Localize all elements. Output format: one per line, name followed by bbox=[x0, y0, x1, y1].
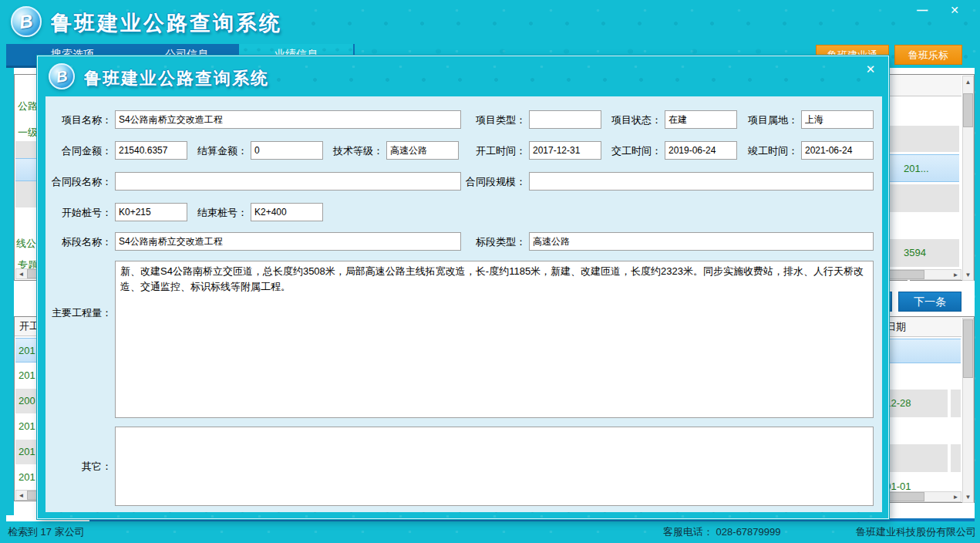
dialog-close-button[interactable]: ✕ bbox=[861, 62, 880, 78]
main-works-textarea[interactable]: 新、改建S4公路南桥立交匝道，总长度约3508米，局部高速公路主线拓宽改造，长-… bbox=[115, 261, 874, 418]
contract-section-scale-input[interactable] bbox=[529, 172, 874, 191]
contract-section-scale-label: 合同段规模： bbox=[460, 174, 526, 190]
project-detail-dialog: B 鲁班建业公路查询系统 ✕ 项目名称： 项目类型： 项目状态： 项目属地： 合… bbox=[37, 56, 889, 519]
company-name: 鲁班建业科技股份有限公司 bbox=[856, 521, 976, 543]
table-cell bbox=[951, 390, 961, 417]
next-button[interactable]: 下一条 bbox=[898, 292, 961, 312]
project-type-input[interactable] bbox=[529, 110, 601, 129]
start-stake-input[interactable] bbox=[115, 203, 187, 221]
project-type-label: 项目类型： bbox=[460, 113, 526, 128]
project-name-label: 项目名称： bbox=[45, 113, 112, 128]
end-stake-label: 结束桩号： bbox=[181, 205, 248, 221]
project-status-label: 项目状态： bbox=[595, 113, 662, 128]
section-type-input[interactable] bbox=[529, 232, 874, 251]
status-bar: 检索到 17 家公司 客服电话： 028-67879999 鲁班建业科技股份有限… bbox=[0, 521, 980, 543]
start-stake-label: 开始桩号： bbox=[45, 205, 112, 221]
results-vscrollbar[interactable]: ▲ ▼ bbox=[962, 76, 974, 281]
project-location-label: 项目属地： bbox=[732, 113, 798, 128]
minimize-button[interactable]: — bbox=[911, 3, 933, 19]
completion-date-input[interactable] bbox=[801, 141, 874, 160]
contract-section-name-input[interactable] bbox=[115, 172, 461, 191]
scroll-down-icon[interactable]: ▼ bbox=[963, 270, 973, 280]
main-works-label: 主要工程量： bbox=[45, 305, 112, 321]
scrollbar-thumb[interactable] bbox=[963, 93, 973, 127]
result-count: 检索到 17 家公司 bbox=[8, 521, 85, 543]
project-status-input[interactable] bbox=[665, 110, 737, 129]
completion-date-label: 竣工时间： bbox=[732, 143, 798, 159]
handover-date-label: 交工时间： bbox=[595, 143, 662, 159]
other-label: 其它： bbox=[45, 459, 112, 474]
table-cell bbox=[951, 444, 961, 472]
section-name-input[interactable] bbox=[115, 232, 461, 251]
contract-section-name-label: 合同段名称： bbox=[45, 174, 112, 190]
start-date-input[interactable] bbox=[529, 141, 601, 160]
tech-grade-input[interactable] bbox=[386, 141, 459, 160]
service-phone: 客服电话： 028-67879999 bbox=[663, 521, 780, 543]
scroll-up-icon[interactable]: ▲ bbox=[963, 77, 973, 87]
handover-date-input[interactable] bbox=[665, 141, 737, 160]
scroll-down-icon[interactable]: ▼ bbox=[963, 492, 973, 502]
luban-logo-icon: B bbox=[49, 63, 75, 89]
luban-logo-icon: B bbox=[11, 6, 42, 37]
tech-grade-label: 技术等级： bbox=[317, 143, 383, 159]
window-titlebar: B 鲁班建业公路查询系统 — ✕ bbox=[0, 0, 980, 44]
scroll-right-icon[interactable]: ► bbox=[951, 492, 961, 502]
section-name-label: 标段名称： bbox=[45, 234, 112, 250]
contract-amount-input[interactable] bbox=[115, 141, 187, 160]
settlement-amount-input[interactable] bbox=[251, 141, 323, 160]
close-button[interactable]: ✕ bbox=[942, 3, 967, 19]
other-textarea[interactable] bbox=[115, 427, 874, 506]
dialog-title: 鲁班建业公路查询系统 bbox=[84, 67, 269, 90]
scrollbar-thumb[interactable] bbox=[963, 319, 973, 378]
date-table-vscrollbar[interactable]: ▼ bbox=[962, 318, 974, 503]
app-title: 鲁班建业公路查询系统 bbox=[51, 9, 282, 37]
start-date-label: 开工时间： bbox=[460, 143, 526, 159]
scroll-left-icon[interactable]: ◄ bbox=[16, 269, 26, 279]
settlement-amount-label: 结算金额： bbox=[181, 143, 248, 159]
project-location-input[interactable] bbox=[801, 110, 874, 129]
contract-amount-label: 合同金额： bbox=[45, 143, 112, 159]
project-name-input[interactable] bbox=[115, 110, 461, 129]
luban-lebiao-button[interactable]: 鲁班乐标 bbox=[894, 45, 962, 65]
scroll-left-icon[interactable]: ◄ bbox=[16, 491, 26, 501]
dialog-body: 项目名称： 项目类型： 项目状态： 项目属地： 合同金额： 结算金额： 技术等级… bbox=[45, 96, 882, 512]
section-type-label: 标段类型： bbox=[460, 234, 526, 250]
scroll-right-icon[interactable]: ► bbox=[951, 270, 961, 280]
end-stake-input[interactable] bbox=[251, 203, 323, 221]
